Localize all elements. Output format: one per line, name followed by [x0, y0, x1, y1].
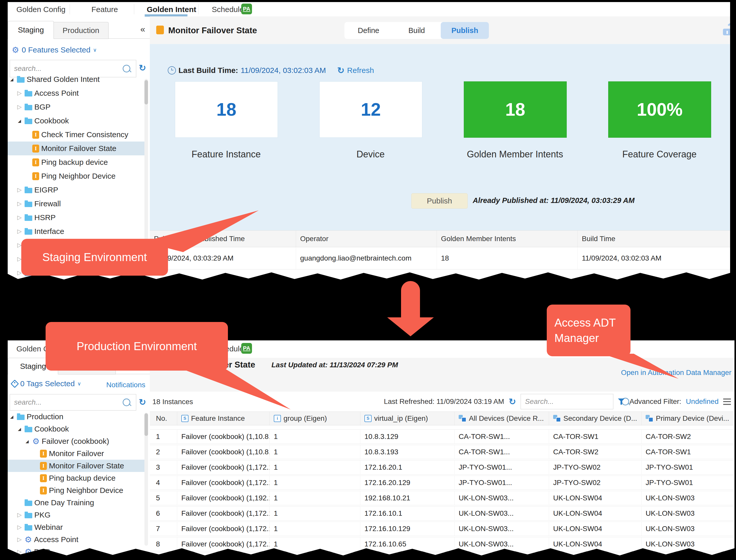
refresh-link[interactable]: Refresh: [347, 66, 374, 75]
tree-item[interactable]: Failover (cookbook): [8, 435, 146, 447]
expander-icon[interactable]: [16, 283, 23, 290]
tree-item[interactable]: Production: [8, 411, 146, 423]
tree-item[interactable]: Ping Neighbor Device: [8, 169, 146, 183]
tree-item[interactable]: Access Point: [8, 533, 146, 546]
tab-build[interactable]: Build: [393, 22, 441, 39]
expander-icon[interactable]: [16, 548, 23, 555]
column-header[interactable]: All Devices (Device R...: [454, 412, 549, 425]
menu-icon[interactable]: [723, 399, 731, 405]
tree-item[interactable]: HSRP: [8, 211, 146, 224]
table-row[interactable]: 6 Failover (cookbook) (1,172.1... 1 172.…: [150, 506, 734, 521]
tree-item-label: BGP: [34, 547, 50, 556]
tree-item[interactable]: PKG: [8, 509, 146, 521]
tree-item[interactable]: Monitor Failover: [8, 447, 146, 460]
expander-icon[interactable]: [16, 119, 23, 123]
history-column-header[interactable]: Build Time: [578, 231, 730, 247]
column-header[interactable]: Secondary Device (D...: [549, 412, 641, 425]
table-row[interactable]: 1 Failover (cookbook) (1,10.8.... 1 10.8…: [150, 429, 734, 444]
nav-separator: [70, 4, 70, 14]
expander-icon[interactable]: [16, 427, 23, 432]
filter-icon[interactable]: [618, 398, 625, 405]
tree-item[interactable]: Firewall: [8, 197, 146, 211]
column-header[interactable]: Primary Device (Devi...: [641, 412, 734, 425]
table-row[interactable]: 2 Failover (cookbook) (1,10.8.... 1 10.8…: [150, 445, 734, 459]
tree-item[interactable]: Monitor Failover State: [8, 460, 146, 472]
tree-item[interactable]: EIGRP: [8, 183, 146, 197]
expander-icon[interactable]: [9, 414, 15, 419]
instance-search[interactable]: [521, 394, 613, 409]
history-row[interactable]: 11/09/2024, 03:03:29 AM guangdong.liao@n…: [150, 247, 730, 270]
refresh-icon[interactable]: ↻: [337, 66, 345, 75]
table-row[interactable]: 3 Failover (cookbook) (1,172.1... 1 172.…: [150, 460, 734, 475]
tree-item[interactable]: One Day Training: [8, 497, 146, 509]
scrollbar-thumb[interactable]: [144, 413, 148, 436]
column-header[interactable]: virtual_ip (Eigen): [360, 412, 454, 425]
table-row[interactable]: 4 Failover (cookbook) (1,172.1... 1 172.…: [150, 476, 734, 490]
features-selected[interactable]: ⚙ 0 Features Selected ∨: [12, 45, 97, 55]
expander-icon[interactable]: [16, 187, 23, 193]
sidebar-search[interactable]: [10, 394, 136, 411]
cell-secondary-device: JP-TYO-SW02: [549, 460, 641, 474]
tree-item[interactable]: Check Timer Consistency: [8, 128, 146, 142]
tree-item[interactable]: Webinar: [8, 521, 146, 533]
tab-feature[interactable]: Feature: [91, 5, 118, 14]
collapse-sidebar-icon[interactable]: «: [140, 24, 145, 34]
tree-item[interactable]: Interface: [8, 224, 146, 238]
tab-define[interactable]: Define: [344, 22, 393, 39]
search-input[interactable]: [521, 397, 622, 406]
tags-selected[interactable]: 0 Tags Selected ∨: [12, 379, 81, 388]
expander-icon[interactable]: [9, 77, 15, 82]
expander-icon[interactable]: [16, 536, 23, 543]
search-input[interactable]: [10, 398, 123, 406]
table-row[interactable]: [150, 552, 734, 560]
tree-item[interactable]: Cookbook: [8, 114, 146, 128]
expander-icon[interactable]: [24, 439, 30, 444]
expander-icon[interactable]: [16, 104, 23, 110]
table-row[interactable]: 7 Failover (cookbook) (1,172.1... 1 172.…: [150, 522, 734, 536]
tree-item[interactable]: Ping backup device: [8, 155, 146, 169]
search-input[interactable]: [10, 64, 123, 73]
tree-item[interactable]: Site Health: [8, 280, 146, 294]
sidebar-tab-staging[interactable]: Staging: [8, 21, 54, 39]
tree-item[interactable]: BGP: [8, 100, 146, 114]
expander-icon[interactable]: [16, 214, 23, 221]
expander-icon[interactable]: [16, 200, 23, 207]
cell-primary-device: CA-TOR-SW2: [641, 430, 734, 444]
column-header[interactable]: No.: [150, 412, 177, 425]
tab-schedule[interactable]: Schedule: [212, 5, 244, 14]
expander-icon[interactable]: [16, 228, 23, 235]
cell-feature-instance: Failover (cookbook) (1,10.8....: [177, 430, 269, 444]
unlock-icon[interactable]: [723, 23, 735, 35]
tab-golden-config[interactable]: Golden Config: [16, 5, 66, 14]
tree-item[interactable]: BGP: [8, 546, 146, 558]
tree-item[interactable]: Ping backup device: [8, 472, 146, 484]
tree-item[interactable]: Shared Golden Intent: [8, 72, 146, 86]
search-icon[interactable]: [123, 65, 130, 72]
tab-publish[interactable]: Publish: [441, 22, 489, 39]
intent-header-band: Monitor Failover State Define Build Publ…: [150, 16, 730, 44]
table-row[interactable]: 5 Failover (cookbook) (1,192.1... 1 192.…: [150, 491, 734, 505]
refresh-icon[interactable]: ↻: [139, 63, 146, 72]
column-header[interactable]: group (Eigen): [269, 412, 360, 425]
expander-icon[interactable]: [16, 512, 23, 518]
advanced-filter-value[interactable]: Undefined: [686, 397, 719, 406]
expander-icon[interactable]: [16, 90, 23, 96]
tree-item[interactable]: Monitor Failover State: [8, 142, 146, 155]
refresh-icon[interactable]: ↻: [139, 398, 146, 406]
tree-item[interactable]: Access Point: [8, 86, 146, 100]
tree-item[interactable]: Cookbook: [8, 423, 146, 435]
history-column-header[interactable]: Golden Member Intents: [437, 231, 578, 247]
tree-item[interactable]: Ping Neighbor Device: [8, 484, 146, 497]
scrollbar-thumb[interactable]: [144, 80, 148, 104]
expander-icon[interactable]: [16, 524, 23, 531]
notifications-link[interactable]: Notifications: [106, 381, 145, 389]
sidebar-tab-production[interactable]: Production: [53, 22, 109, 39]
column-header[interactable]: Feature Instance: [177, 412, 269, 425]
table-row[interactable]: 8 Failover (cookbook) (1,172.1... 1 172.…: [150, 537, 734, 551]
search-icon[interactable]: [123, 399, 130, 406]
publish-button[interactable]: Publish: [411, 193, 468, 209]
refresh-icon[interactable]: ↻: [509, 397, 516, 406]
history-column-header[interactable]: Operator: [296, 231, 437, 247]
open-adm-link[interactable]: Open in Automation Data Manager: [621, 369, 731, 377]
tab-golden-intent[interactable]: Golden Intent: [147, 5, 196, 14]
